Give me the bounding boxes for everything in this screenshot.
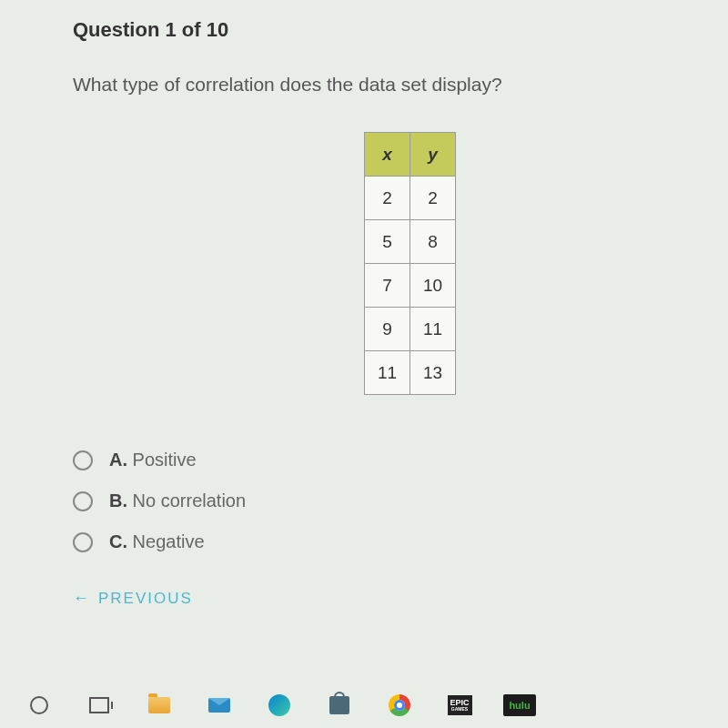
mail-icon[interactable] [207,693,231,717]
taskbar: EPIC GAMES hulu [0,682,728,728]
arrow-left-icon: ← [73,589,91,608]
store-icon[interactable] [328,693,351,717]
epic-games-icon[interactable]: EPIC GAMES [448,693,471,717]
task-view-icon[interactable] [87,693,111,717]
option-b[interactable]: B. No correlation [73,490,673,511]
radio-icon [73,532,93,552]
previous-button[interactable]: ← PREVIOUS [73,589,673,608]
option-label: B. No correlation [109,490,246,511]
table-row: 2 2 [365,177,456,220]
hulu-icon[interactable]: hulu [508,693,531,717]
question-header: Question 1 of 10 [73,18,673,42]
cortana-icon[interactable] [27,693,51,717]
table-header-y: y [410,133,456,177]
table-header-x: x [365,133,410,177]
option-a[interactable]: A. Positive [73,450,673,470]
option-c[interactable]: C. Negative [73,531,673,552]
table-row: 5 8 [365,220,456,264]
radio-icon [73,450,93,470]
file-explorer-icon[interactable] [147,693,171,717]
table-row: 9 11 [365,308,456,351]
table-row: 11 13 [365,351,456,395]
option-label: A. Positive [109,450,197,470]
answer-options: A. Positive B. No correlation C. Negativ… [73,450,673,552]
data-table: x y 2 2 5 8 7 10 9 11 11 13 [364,132,456,395]
radio-icon [73,491,93,511]
option-label: C. Negative [109,531,205,552]
edge-icon[interactable] [268,693,291,717]
table-row: 7 10 [365,264,456,308]
chrome-icon[interactable] [388,693,411,717]
question-text: What type of correlation does the data s… [73,74,673,96]
